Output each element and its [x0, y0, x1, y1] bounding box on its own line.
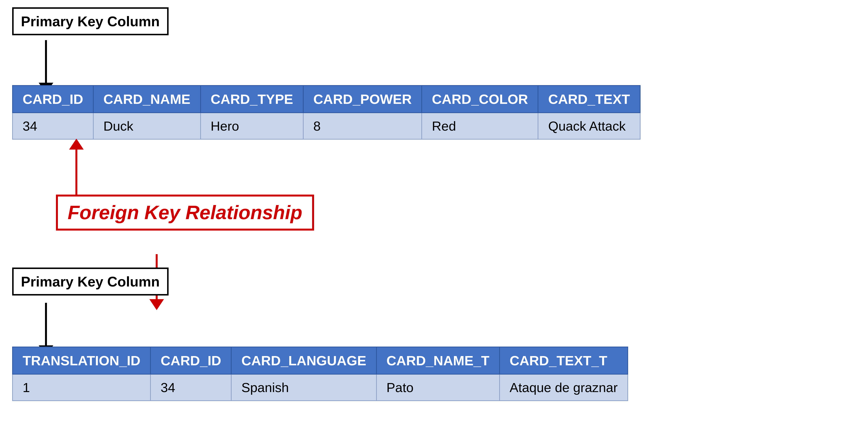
cell-card-id-val: 34: [151, 374, 231, 401]
cell-card-power: 8: [303, 113, 422, 140]
col-card-power: CARD_POWER: [303, 86, 422, 113]
cell-card-text-t: Ataque de graznar: [499, 374, 628, 401]
pk-box-top: Primary Key Column: [12, 7, 168, 35]
pk-bottom-arrow: [45, 303, 47, 346]
pk-bottom-label: Primary Key Column: [21, 274, 160, 289]
col-card-id-fk: CARD_ID: [151, 347, 231, 374]
col-card-text: CARD_TEXT: [538, 86, 640, 113]
cell-card-name-t: Pato: [376, 374, 499, 401]
fk-arrow-up: [75, 148, 78, 194]
col-card-id: CARD_ID: [13, 86, 93, 113]
col-card-language: CARD_LANGUAGE: [231, 347, 376, 374]
cell-card-color: Red: [422, 113, 538, 140]
col-card-name: CARD_NAME: [93, 86, 200, 113]
fk-box: Foreign Key Relationship: [56, 194, 314, 231]
cell-translation-id: 1: [13, 374, 151, 401]
cell-card-name: Duck: [93, 113, 200, 140]
col-card-name-t: CARD_NAME_T: [376, 347, 499, 374]
diagram-container: Primary Key Column CARD_ID CARD_NAME CAR…: [0, 0, 868, 430]
translation-table: TRANSLATION_ID CARD_ID CARD_LANGUAGE CAR…: [12, 346, 628, 401]
fk-label: Foreign Key Relationship: [68, 202, 302, 223]
cell-card-language: Spanish: [231, 374, 376, 401]
cell-card-type: Hero: [200, 113, 303, 140]
col-card-color: CARD_COLOR: [422, 86, 538, 113]
col-card-type: CARD_TYPE: [200, 86, 303, 113]
cell-card-text: Quack Attack: [538, 113, 640, 140]
cell-card-id: 34: [13, 113, 93, 140]
pk-top-arrow: [45, 40, 47, 84]
col-card-text-t: CARD_TEXT_T: [499, 347, 628, 374]
pk-box-bottom: Primary Key Column: [12, 268, 168, 296]
table-row: 1 34 Spanish Pato Ataque de graznar: [13, 374, 628, 401]
table-row: 34 Duck Hero 8 Red Quack Attack: [13, 113, 640, 140]
pk-top-label: Primary Key Column: [21, 13, 160, 29]
card-table: CARD_ID CARD_NAME CARD_TYPE CARD_POWER C…: [12, 85, 641, 140]
col-translation-id: TRANSLATION_ID: [13, 347, 151, 374]
